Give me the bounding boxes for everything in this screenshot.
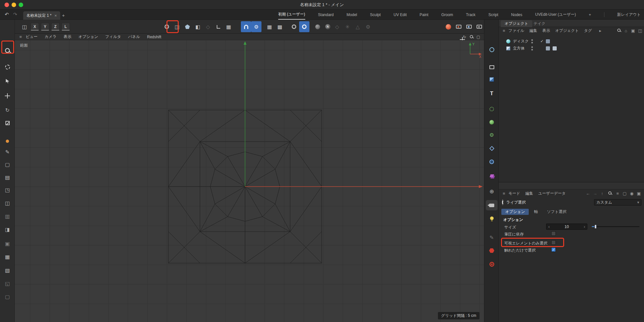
- content-browser-icon[interactable]: ◱: [2, 278, 13, 289]
- primitive-cube-icon[interactable]: ▤: [2, 172, 13, 182]
- pencil-icon[interactable]: ✎: [486, 232, 497, 243]
- phong-tag-icon[interactable]: [545, 39, 550, 44]
- field-icon[interactable]: [486, 143, 497, 153]
- menu-file[interactable]: ファイル: [508, 28, 524, 33]
- maximize-view-icon[interactable]: ▢: [477, 35, 480, 39]
- menu-object[interactable]: オブジェクト: [555, 28, 579, 33]
- enable-check-icon[interactable]: ✓: [540, 39, 544, 43]
- uv-tag-icon[interactable]: [552, 46, 557, 51]
- points-mode-icon[interactable]: [162, 21, 172, 32]
- menu-edit[interactable]: 編集: [529, 28, 537, 33]
- point-paint-tool[interactable]: [2, 136, 13, 146]
- add-layout-tab-button[interactable]: +: [589, 10, 591, 20]
- isoline-sphere-icon[interactable]: A: [323, 21, 333, 32]
- visibility-dots[interactable]: [531, 46, 533, 51]
- render-view-icon[interactable]: [443, 21, 453, 32]
- spline-rect-icon[interactable]: [486, 62, 497, 72]
- layout-tab-uvedit-user[interactable]: UVEdit-User (ユーザー): [535, 10, 576, 20]
- spline-tool-icon[interactable]: ▢: [2, 159, 13, 170]
- texture-mode-icon[interactable]: ◇: [203, 21, 213, 32]
- enable-snap-icon[interactable]: [241, 21, 251, 32]
- camera-icon[interactable]: [486, 200, 497, 210]
- layout-tab-startup[interactable]: 初期 (ユーザー): [278, 10, 305, 20]
- lock-icon[interactable]: ▢: [621, 191, 628, 196]
- move-tool[interactable]: [2, 91, 13, 101]
- redo-icon[interactable]: ↷: [12, 11, 19, 18]
- panel-menu-icon[interactable]: ≡: [501, 28, 507, 33]
- menu-redshift[interactable]: Redshift: [147, 35, 161, 39]
- document-tab[interactable]: 名称未設定 1 * ×: [23, 11, 60, 20]
- edges-mode-icon[interactable]: ◫: [172, 21, 182, 32]
- filter-list-icon[interactable]: ≡: [614, 191, 621, 196]
- layout-tab-model[interactable]: Model: [346, 10, 357, 20]
- attr-search-icon[interactable]: [608, 191, 612, 196]
- modifier-tool-icon[interactable]: ▧: [2, 265, 13, 275]
- snap-settings-icon[interactable]: ⚙: [251, 21, 261, 32]
- sculpt-tool-icon[interactable]: ▣: [2, 238, 13, 249]
- tolerant-checkbox[interactable]: ✓: [551, 247, 556, 252]
- slider-handle[interactable]: [594, 225, 597, 229]
- render-team-icon[interactable]: [464, 21, 474, 32]
- mograph-icon[interactable]: [486, 170, 497, 181]
- size-stepper[interactable]: ‹ 10 ›: [546, 224, 587, 230]
- z-axis-lock-button[interactable]: Z: [51, 23, 60, 31]
- history-forward-icon[interactable]: →: [592, 191, 598, 196]
- polygon-mode-icon[interactable]: [182, 21, 193, 32]
- history-back-icon[interactable]: ←: [585, 191, 591, 196]
- viewport-menu-icon[interactable]: ≡: [17, 34, 24, 39]
- primitive-cylinder-icon[interactable]: ◳: [2, 185, 13, 195]
- tab-axis[interactable]: 軸: [530, 209, 542, 215]
- undo-icon[interactable]: ↶: [3, 11, 10, 18]
- cube-primitive-icon[interactable]: [486, 74, 497, 85]
- dynamics-gear-icon[interactable]: ⚙: [486, 130, 497, 140]
- layout-tab-track[interactable]: Track: [466, 10, 476, 20]
- polygon-tag-icon[interactable]: [545, 46, 550, 51]
- layout-tab-paint[interactable]: Paint: [420, 10, 428, 20]
- wire-sphere-icon[interactable]: [486, 44, 497, 55]
- layout-tab-nodes[interactable]: Nodes: [511, 10, 522, 20]
- light-icon[interactable]: [486, 213, 497, 223]
- visible-only-checkbox[interactable]: [551, 240, 556, 245]
- sync-target-icon[interactable]: ◉: [629, 191, 635, 196]
- workplane-mode-icon[interactable]: [213, 21, 223, 32]
- rig-tool-icon[interactable]: ◨: [2, 224, 13, 235]
- misc-tool-icon[interactable]: ▢: [2, 291, 13, 302]
- quantize-settings-icon[interactable]: ▩: [275, 21, 285, 32]
- menu-camera[interactable]: カメラ: [45, 34, 57, 40]
- om-home-icon[interactable]: ⌂: [623, 28, 629, 33]
- scene-nodes-icon[interactable]: [486, 157, 497, 167]
- pressure-checkbox[interactable]: [551, 231, 556, 236]
- particles-icon[interactable]: [486, 104, 497, 114]
- volume-tool-icon[interactable]: ▦: [2, 252, 13, 262]
- simulation-icon[interactable]: [486, 117, 497, 127]
- om-filter-icon[interactable]: ▣: [630, 28, 636, 33]
- axis-modify-icon[interactable]: [289, 21, 299, 32]
- shading-sphere-icon[interactable]: [312, 21, 323, 32]
- object-row-disc[interactable]: ディスク ✓: [499, 38, 644, 45]
- rotate-tool[interactable]: ↻: [2, 105, 13, 115]
- tab-soft-selection[interactable]: ソフト選択: [543, 209, 570, 215]
- model-mode-icon[interactable]: ◧: [193, 21, 203, 32]
- object-row-cube[interactable]: 立方体: [499, 45, 644, 52]
- menu-userdata[interactable]: ユーザーデータ: [538, 191, 566, 196]
- spin-up-icon[interactable]: ›: [584, 225, 585, 229]
- menu-view[interactable]: ビュー: [26, 34, 38, 40]
- layout-tab-sculpt[interactable]: Sculpt: [370, 10, 381, 20]
- viewport-layout-icon[interactable]: ◫: [19, 21, 30, 32]
- render-picture-viewer-icon[interactable]: [453, 21, 464, 32]
- viewport-canvas[interactable]: 前面: [15, 40, 484, 322]
- visibility-dots[interactable]: [531, 39, 533, 43]
- tab-objects[interactable]: オブジェクト: [501, 20, 532, 27]
- redshift-icon[interactable]: [486, 245, 497, 256]
- menu-mode[interactable]: モード: [508, 191, 520, 196]
- om-path-icon[interactable]: ◫: [637, 28, 643, 33]
- orbit-view-icon[interactable]: ↻: [463, 35, 466, 39]
- parent-up-icon[interactable]: ↑: [599, 191, 605, 196]
- tab-take[interactable]: テイク: [530, 20, 549, 27]
- add-document-tab-button[interactable]: +: [60, 12, 67, 19]
- coordinate-system-button[interactable]: L: [62, 23, 70, 31]
- panel-menu-icon[interactable]: ≡: [501, 191, 507, 196]
- zoom-view-icon[interactable]: [469, 35, 473, 40]
- select-cursor-tool[interactable]: [2, 76, 13, 86]
- search-icon[interactable]: [2, 45, 13, 56]
